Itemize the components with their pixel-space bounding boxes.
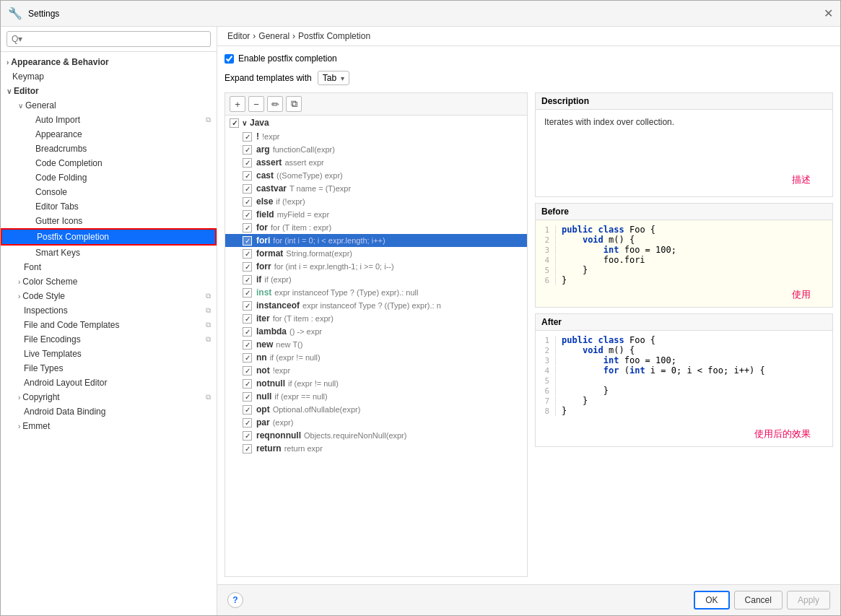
- item-checkbox[interactable]: ✓: [243, 249, 252, 259]
- item-checkbox[interactable]: ✓: [243, 275, 252, 285]
- search-input[interactable]: [6, 31, 211, 47]
- sidebar-item-color-scheme[interactable]: › Color Scheme: [1, 274, 217, 289]
- sidebar-item-postfix-completion[interactable]: Postfix Completion: [1, 228, 217, 246]
- item-key: for: [256, 222, 268, 233]
- sidebar-item-keymap[interactable]: Keymap: [1, 69, 217, 84]
- template-item-castvar[interactable]: ✓ castvar T name = (T)expr: [225, 182, 527, 195]
- item-desc: for (T item : expr): [271, 223, 331, 232]
- item-checkbox[interactable]: ✓: [243, 379, 252, 389]
- item-checkbox[interactable]: ✓: [243, 145, 252, 155]
- help-button[interactable]: ?: [227, 592, 243, 608]
- template-item-reqnonnull[interactable]: ✓ reqnonnull Objects.requireNonNull(expr…: [225, 429, 527, 442]
- sidebar-item-gutter-icons[interactable]: Gutter Icons: [1, 214, 217, 228]
- item-checkbox[interactable]: ✓: [243, 262, 252, 272]
- sidebar-item-general[interactable]: ∨ General: [1, 98, 217, 113]
- item-checkbox[interactable]: ✓: [243, 418, 252, 428]
- sidebar-item-inspections[interactable]: Inspections ⧉: [1, 303, 217, 318]
- add-button[interactable]: +: [230, 96, 245, 112]
- group-checkbox[interactable]: ✓: [230, 118, 239, 128]
- template-item-iter[interactable]: ✓ iter for (T item : expr): [225, 312, 527, 325]
- item-checkbox[interactable]: ✓: [243, 236, 252, 246]
- item-checkbox[interactable]: ✓: [243, 314, 252, 324]
- item-key: lambda: [256, 326, 287, 337]
- sidebar-item-emmet[interactable]: › Emmet: [1, 419, 217, 433]
- code-line: 3 int foo = 100;: [536, 355, 832, 365]
- template-item-else[interactable]: ✓ else if (!expr): [225, 195, 527, 208]
- template-item-assert[interactable]: ✓ assert assert expr: [225, 156, 527, 169]
- template-item-fori[interactable]: ✓ fori for (int i = 0; i < expr.length; …: [225, 234, 527, 247]
- template-item-notnull[interactable]: ✓ notnull if (expr != null): [225, 377, 527, 390]
- item-checkbox[interactable]: ✓: [243, 353, 252, 363]
- template-item-cast[interactable]: ✓ cast ((SomeType) expr): [225, 169, 527, 182]
- sidebar-item-console[interactable]: Console: [1, 185, 217, 199]
- sidebar-item-android-data-binding[interactable]: Android Data Binding: [1, 404, 217, 419]
- sidebar-item-android-layout-editor[interactable]: Android Layout Editor: [1, 376, 217, 390]
- template-item-instanceof[interactable]: ✓ instanceof expr instanceof Type ? ((Ty…: [225, 299, 527, 312]
- item-checkbox[interactable]: ✓: [243, 392, 252, 402]
- sidebar-item-code-completion[interactable]: Code Completion: [1, 156, 217, 170]
- item-checkbox[interactable]: ✓: [243, 223, 252, 233]
- template-item-opt[interactable]: ✓ opt Optional.ofNullable(expr): [225, 403, 527, 416]
- template-item-for[interactable]: ✓ for for (T item : expr): [225, 221, 527, 234]
- item-checkbox[interactable]: ✓: [243, 158, 252, 168]
- sidebar-item-auto-import[interactable]: Auto Import ⧉: [1, 113, 217, 127]
- item-desc: new T(): [276, 340, 302, 349]
- sidebar-item-file-code-templates[interactable]: File and Code Templates ⧉: [1, 318, 217, 332]
- copy-icon: ⧉: [206, 306, 211, 315]
- template-group-java[interactable]: ✓ ∨ Java: [225, 116, 527, 130]
- copy-button[interactable]: ⧉: [286, 96, 302, 112]
- enable-checkbox[interactable]: [225, 54, 234, 64]
- edit-button[interactable]: ✏: [267, 96, 283, 112]
- item-checkbox[interactable]: ✓: [243, 327, 252, 337]
- template-item-forr[interactable]: ✓ forr for (int i = expr.length-1; i >= …: [225, 260, 527, 273]
- sidebar-item-file-encodings[interactable]: File Encodings ⧉: [1, 332, 217, 347]
- template-item-return[interactable]: ✓ return return expr: [225, 442, 527, 455]
- sidebar-item-breadcrumbs[interactable]: Breadcrumbs: [1, 142, 217, 156]
- template-item-field[interactable]: ✓ field myField = expr: [225, 208, 527, 221]
- item-checkbox[interactable]: ✓: [243, 210, 252, 220]
- sidebar-item-appearance[interactable]: Appearance: [1, 127, 217, 142]
- sidebar-item-smart-keys[interactable]: Smart Keys: [1, 246, 217, 260]
- item-checkbox[interactable]: ✓: [243, 171, 252, 181]
- template-item-arg[interactable]: ✓ arg functionCall(expr): [225, 143, 527, 156]
- sidebar-item-editor[interactable]: ∨ Editor: [1, 84, 217, 98]
- sidebar-item-font[interactable]: Font: [1, 260, 217, 274]
- item-checkbox[interactable]: ✓: [243, 405, 252, 415]
- template-item-excl[interactable]: ✓ ! !expr: [225, 130, 527, 143]
- item-checkbox[interactable]: ✓: [243, 197, 252, 207]
- cancel-button[interactable]: Cancel: [734, 591, 783, 610]
- template-item-lambda[interactable]: ✓ lambda () -> expr: [225, 325, 527, 338]
- expand-dropdown[interactable]: Tab ▾: [318, 71, 349, 85]
- toolbar: + − ✏ ⧉: [225, 93, 527, 116]
- template-item-if[interactable]: ✓ if if (expr): [225, 273, 527, 286]
- template-item-nn[interactable]: ✓ nn if (expr != null): [225, 351, 527, 364]
- item-checkbox[interactable]: ✓: [243, 340, 252, 350]
- item-checkbox[interactable]: ✓: [243, 444, 252, 454]
- item-checkbox[interactable]: ✓: [243, 431, 252, 441]
- remove-button[interactable]: −: [248, 96, 264, 112]
- close-button[interactable]: ✕: [824, 6, 833, 20]
- sidebar-item-live-templates[interactable]: Live Templates: [1, 347, 217, 361]
- item-checkbox[interactable]: ✓: [243, 288, 252, 298]
- description-annotation: 描述: [792, 173, 811, 186]
- item-checkbox[interactable]: ✓: [243, 301, 252, 311]
- sidebar-item-copyright[interactable]: › Copyright ⧉: [1, 390, 217, 404]
- item-desc: ((SomeType) expr): [276, 171, 343, 180]
- apply-button[interactable]: Apply: [787, 591, 830, 610]
- template-item-not[interactable]: ✓ not !expr: [225, 364, 527, 377]
- ok-button[interactable]: OK: [694, 591, 729, 610]
- sidebar-item-code-style[interactable]: › Code Style ⧉: [1, 289, 217, 303]
- sidebar-item-appearance-behavior[interactable]: › Appearance & Behavior: [1, 55, 217, 69]
- sidebar-item-file-types[interactable]: File Types: [1, 361, 217, 376]
- sidebar-item-editor-tabs[interactable]: Editor Tabs: [1, 199, 217, 214]
- item-checkbox[interactable]: ✓: [243, 366, 252, 376]
- template-item-inst[interactable]: ✓ inst expr instanceof Type ? (Type) exp…: [225, 286, 527, 299]
- code-content: }: [562, 406, 832, 416]
- template-item-null[interactable]: ✓ null if (expr == null): [225, 390, 527, 403]
- sidebar-item-code-folding[interactable]: Code Folding: [1, 170, 217, 185]
- template-item-new[interactable]: ✓ new new T(): [225, 338, 527, 351]
- template-item-format[interactable]: ✓ format String.format(expr): [225, 247, 527, 260]
- item-checkbox[interactable]: ✓: [243, 184, 252, 194]
- item-checkbox[interactable]: ✓: [243, 132, 252, 142]
- template-item-par[interactable]: ✓ par (expr): [225, 416, 527, 429]
